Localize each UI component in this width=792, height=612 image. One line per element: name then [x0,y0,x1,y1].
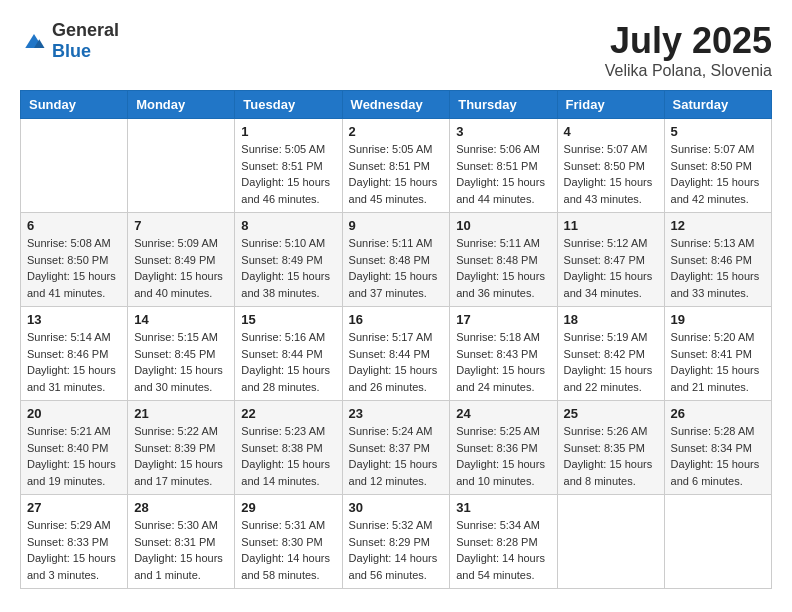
calendar-cell: 10Sunrise: 5:11 AMSunset: 8:48 PMDayligh… [450,213,557,307]
calendar-cell: 5Sunrise: 5:07 AMSunset: 8:50 PMDaylight… [664,119,771,213]
logo-general-text: General [52,20,119,40]
day-info: Sunrise: 5:25 AMSunset: 8:36 PMDaylight:… [456,423,550,489]
calendar-cell: 3Sunrise: 5:06 AMSunset: 8:51 PMDaylight… [450,119,557,213]
day-info: Sunrise: 5:26 AMSunset: 8:35 PMDaylight:… [564,423,658,489]
calendar-cell: 9Sunrise: 5:11 AMSunset: 8:48 PMDaylight… [342,213,450,307]
day-info: Sunrise: 5:17 AMSunset: 8:44 PMDaylight:… [349,329,444,395]
calendar-cell: 8Sunrise: 5:10 AMSunset: 8:49 PMDaylight… [235,213,342,307]
calendar-cell: 25Sunrise: 5:26 AMSunset: 8:35 PMDayligh… [557,401,664,495]
calendar-cell: 24Sunrise: 5:25 AMSunset: 8:36 PMDayligh… [450,401,557,495]
weekday-header-saturday: Saturday [664,91,771,119]
calendar-cell: 11Sunrise: 5:12 AMSunset: 8:47 PMDayligh… [557,213,664,307]
calendar-cell: 19Sunrise: 5:20 AMSunset: 8:41 PMDayligh… [664,307,771,401]
day-info: Sunrise: 5:14 AMSunset: 8:46 PMDaylight:… [27,329,121,395]
location-title: Velika Polana, Slovenia [605,62,772,80]
day-number: 4 [564,124,658,139]
day-info: Sunrise: 5:20 AMSunset: 8:41 PMDaylight:… [671,329,765,395]
day-number: 5 [671,124,765,139]
calendar-cell [557,495,664,589]
day-info: Sunrise: 5:11 AMSunset: 8:48 PMDaylight:… [456,235,550,301]
day-info: Sunrise: 5:32 AMSunset: 8:29 PMDaylight:… [349,517,444,583]
day-info: Sunrise: 5:22 AMSunset: 8:39 PMDaylight:… [134,423,228,489]
weekday-header-row: SundayMondayTuesdayWednesdayThursdayFrid… [21,91,772,119]
month-title: July 2025 [605,20,772,62]
day-number: 30 [349,500,444,515]
day-info: Sunrise: 5:11 AMSunset: 8:48 PMDaylight:… [349,235,444,301]
day-number: 8 [241,218,335,233]
calendar-cell: 13Sunrise: 5:14 AMSunset: 8:46 PMDayligh… [21,307,128,401]
day-info: Sunrise: 5:31 AMSunset: 8:30 PMDaylight:… [241,517,335,583]
calendar-cell [128,119,235,213]
day-info: Sunrise: 5:30 AMSunset: 8:31 PMDaylight:… [134,517,228,583]
day-info: Sunrise: 5:28 AMSunset: 8:34 PMDaylight:… [671,423,765,489]
calendar-cell [21,119,128,213]
day-info: Sunrise: 5:29 AMSunset: 8:33 PMDaylight:… [27,517,121,583]
day-number: 7 [134,218,228,233]
day-number: 13 [27,312,121,327]
day-number: 21 [134,406,228,421]
day-number: 3 [456,124,550,139]
day-number: 6 [27,218,121,233]
day-info: Sunrise: 5:15 AMSunset: 8:45 PMDaylight:… [134,329,228,395]
day-number: 29 [241,500,335,515]
day-info: Sunrise: 5:13 AMSunset: 8:46 PMDaylight:… [671,235,765,301]
day-info: Sunrise: 5:12 AMSunset: 8:47 PMDaylight:… [564,235,658,301]
day-number: 2 [349,124,444,139]
day-info: Sunrise: 5:23 AMSunset: 8:38 PMDaylight:… [241,423,335,489]
day-number: 17 [456,312,550,327]
weekday-header-monday: Monday [128,91,235,119]
calendar-cell [664,495,771,589]
calendar-cell: 22Sunrise: 5:23 AMSunset: 8:38 PMDayligh… [235,401,342,495]
weekday-header-friday: Friday [557,91,664,119]
day-number: 26 [671,406,765,421]
calendar-cell: 18Sunrise: 5:19 AMSunset: 8:42 PMDayligh… [557,307,664,401]
day-number: 16 [349,312,444,327]
calendar-week-3: 13Sunrise: 5:14 AMSunset: 8:46 PMDayligh… [21,307,772,401]
calendar-cell: 28Sunrise: 5:30 AMSunset: 8:31 PMDayligh… [128,495,235,589]
day-info: Sunrise: 5:18 AMSunset: 8:43 PMDaylight:… [456,329,550,395]
day-number: 31 [456,500,550,515]
day-number: 9 [349,218,444,233]
day-number: 12 [671,218,765,233]
calendar-table: SundayMondayTuesdayWednesdayThursdayFrid… [20,90,772,589]
weekday-header-thursday: Thursday [450,91,557,119]
day-info: Sunrise: 5:07 AMSunset: 8:50 PMDaylight:… [671,141,765,207]
calendar-cell: 7Sunrise: 5:09 AMSunset: 8:49 PMDaylight… [128,213,235,307]
day-number: 27 [27,500,121,515]
calendar-week-1: 1Sunrise: 5:05 AMSunset: 8:51 PMDaylight… [21,119,772,213]
day-number: 11 [564,218,658,233]
calendar-cell: 14Sunrise: 5:15 AMSunset: 8:45 PMDayligh… [128,307,235,401]
calendar-cell: 26Sunrise: 5:28 AMSunset: 8:34 PMDayligh… [664,401,771,495]
day-info: Sunrise: 5:06 AMSunset: 8:51 PMDaylight:… [456,141,550,207]
day-number: 23 [349,406,444,421]
day-number: 24 [456,406,550,421]
logo-icon [20,27,48,55]
day-info: Sunrise: 5:19 AMSunset: 8:42 PMDaylight:… [564,329,658,395]
day-number: 19 [671,312,765,327]
day-info: Sunrise: 5:08 AMSunset: 8:50 PMDaylight:… [27,235,121,301]
calendar-cell: 27Sunrise: 5:29 AMSunset: 8:33 PMDayligh… [21,495,128,589]
weekday-header-tuesday: Tuesday [235,91,342,119]
calendar-cell: 17Sunrise: 5:18 AMSunset: 8:43 PMDayligh… [450,307,557,401]
title-area: July 2025 Velika Polana, Slovenia [605,20,772,80]
calendar-cell: 6Sunrise: 5:08 AMSunset: 8:50 PMDaylight… [21,213,128,307]
calendar-week-4: 20Sunrise: 5:21 AMSunset: 8:40 PMDayligh… [21,401,772,495]
logo: General Blue [20,20,119,62]
calendar-week-5: 27Sunrise: 5:29 AMSunset: 8:33 PMDayligh… [21,495,772,589]
calendar-cell: 15Sunrise: 5:16 AMSunset: 8:44 PMDayligh… [235,307,342,401]
calendar-cell: 31Sunrise: 5:34 AMSunset: 8:28 PMDayligh… [450,495,557,589]
calendar-cell: 16Sunrise: 5:17 AMSunset: 8:44 PMDayligh… [342,307,450,401]
day-number: 14 [134,312,228,327]
weekday-header-sunday: Sunday [21,91,128,119]
calendar-cell: 21Sunrise: 5:22 AMSunset: 8:39 PMDayligh… [128,401,235,495]
day-number: 15 [241,312,335,327]
calendar-cell: 29Sunrise: 5:31 AMSunset: 8:30 PMDayligh… [235,495,342,589]
calendar-cell: 23Sunrise: 5:24 AMSunset: 8:37 PMDayligh… [342,401,450,495]
calendar-cell: 4Sunrise: 5:07 AMSunset: 8:50 PMDaylight… [557,119,664,213]
day-info: Sunrise: 5:05 AMSunset: 8:51 PMDaylight:… [241,141,335,207]
day-number: 20 [27,406,121,421]
day-number: 28 [134,500,228,515]
logo-blue-text: Blue [52,41,91,61]
day-number: 25 [564,406,658,421]
calendar-cell: 30Sunrise: 5:32 AMSunset: 8:29 PMDayligh… [342,495,450,589]
